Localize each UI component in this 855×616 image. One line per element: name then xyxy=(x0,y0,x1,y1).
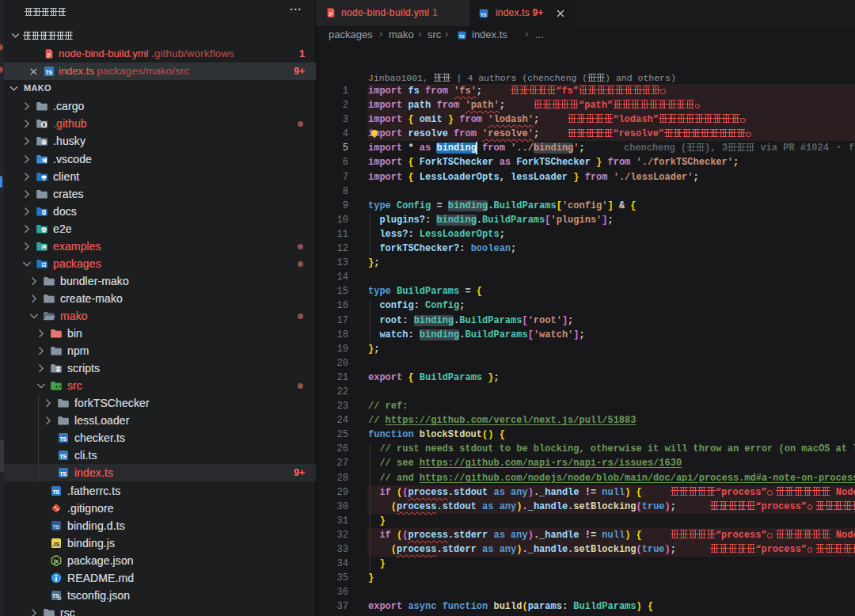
svg-text:TS: TS xyxy=(481,13,487,17)
svg-text:JS: JS xyxy=(52,540,59,547)
svg-text:TS: TS xyxy=(45,70,52,75)
svg-text:js: js xyxy=(53,557,59,564)
svg-text:TS: TS xyxy=(459,34,465,39)
svg-text:TS: TS xyxy=(52,524,59,530)
svg-text:TS: TS xyxy=(59,454,66,460)
svg-text:TS: TS xyxy=(59,437,66,443)
svg-text:TS: TS xyxy=(59,472,66,477)
svg-text:TS: TS xyxy=(52,489,59,495)
